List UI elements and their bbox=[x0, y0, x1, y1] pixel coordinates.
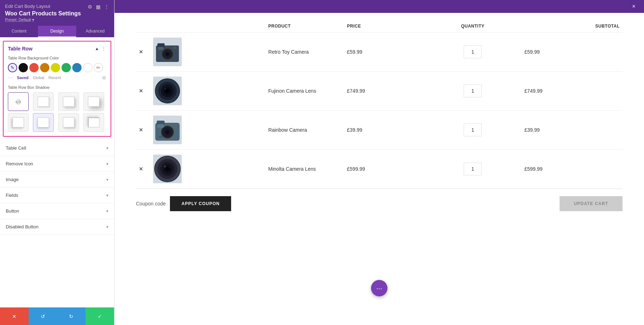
svg-rect-6 bbox=[158, 47, 163, 50]
cancel-button[interactable]: ✕ bbox=[0, 307, 29, 325]
svg-point-17 bbox=[165, 130, 170, 134]
product-image-1 bbox=[153, 38, 182, 66]
product-subtotal-2: £749.99 bbox=[525, 88, 543, 94]
tab-design[interactable]: Design bbox=[38, 26, 76, 37]
remove-btn-1[interactable]: ✕ bbox=[139, 49, 143, 55]
product-name-2: Fujinon Camera Lens bbox=[268, 88, 316, 94]
shadow-top-left[interactable] bbox=[83, 113, 104, 132]
svg-rect-5 bbox=[173, 47, 177, 49]
chevron-fields: ▾ bbox=[106, 193, 108, 198]
update-cart-button[interactable]: UPDATE CART bbox=[560, 196, 623, 211]
color-tab-saved[interactable]: Saved bbox=[17, 76, 28, 80]
remove-btn-4[interactable]: ✕ bbox=[139, 166, 143, 172]
section-image[interactable]: Image ▾ bbox=[0, 172, 114, 188]
cart-row: ✕ Rainbow Camera £39.99 bbox=[136, 111, 623, 150]
tab-content[interactable]: Content bbox=[0, 26, 38, 37]
col-product: PRODUCT bbox=[265, 20, 344, 33]
color-settings-icon[interactable]: ⚙ bbox=[102, 75, 106, 81]
settings-title: Woo Cart Products Settings bbox=[5, 10, 109, 17]
button-label: Button bbox=[6, 208, 19, 214]
chevron-remove-icon: ▾ bbox=[106, 161, 108, 166]
shadow-sm[interactable] bbox=[33, 92, 54, 111]
shadow-none[interactable]: ⊘ bbox=[8, 92, 29, 111]
panel-footer: ✕ ↺ ↻ ✓ bbox=[0, 307, 114, 325]
section-table-cell[interactable]: Table Cell ▾ bbox=[0, 140, 114, 156]
tab-advanced[interactable]: Advanced bbox=[76, 26, 114, 37]
product-image-2 bbox=[153, 77, 182, 105]
layout-icon[interactable]: ▦ bbox=[96, 4, 101, 10]
image-label: Image bbox=[6, 177, 19, 182]
shadow-bottom-left[interactable] bbox=[8, 113, 29, 132]
redo-button[interactable]: ↻ bbox=[57, 307, 86, 325]
product-qty-3[interactable]: 1 bbox=[464, 123, 482, 136]
svg-point-25 bbox=[165, 167, 170, 171]
svg-rect-18 bbox=[174, 123, 177, 126]
product-qty-1[interactable]: 1 bbox=[464, 45, 482, 58]
color-swatch-transparent[interactable]: ✎ bbox=[8, 63, 17, 72]
cart-area: PRODUCT PRICE QUANTITY SUBTOTAL ✕ bbox=[114, 13, 644, 325]
color-swatch-red[interactable] bbox=[29, 63, 39, 72]
disabled-button-label: Disabled Button bbox=[6, 224, 39, 229]
shadow-lg[interactable] bbox=[83, 92, 104, 111]
shadow-md[interactable] bbox=[58, 92, 79, 111]
color-tab-global[interactable]: Global bbox=[33, 76, 44, 80]
product-qty-4[interactable]: 1 bbox=[464, 162, 482, 175]
color-swatch-blue[interactable] bbox=[72, 63, 82, 72]
color-dots-icon[interactable]: ··· bbox=[8, 74, 13, 81]
section-button[interactable]: Button ▾ bbox=[0, 203, 114, 219]
shadow-bottom-right[interactable] bbox=[58, 113, 79, 132]
preset-label[interactable]: Preset: Default ▾ bbox=[5, 18, 109, 26]
panel-header: Edit Cart Body Layout ⚙ ▦ ⋮ Woo Cart Pro… bbox=[0, 0, 114, 26]
product-image-4 bbox=[153, 155, 182, 183]
product-qty-2[interactable]: 1 bbox=[464, 84, 482, 97]
section-fields[interactable]: Fields ▾ bbox=[0, 188, 114, 203]
svg-point-4 bbox=[166, 52, 169, 56]
more-options-icon[interactable]: ⋮ bbox=[104, 4, 109, 10]
table-cell-label: Table Cell bbox=[6, 145, 26, 151]
color-tab-recent[interactable]: Recent bbox=[49, 76, 61, 80]
remove-btn-2[interactable]: ✕ bbox=[139, 88, 143, 94]
color-swatch-pen[interactable]: ✏ bbox=[94, 63, 103, 72]
panel-header-icons: ⚙ ▦ ⋮ bbox=[88, 4, 109, 10]
section-disabled-button[interactable]: Disabled Button ▾ bbox=[0, 219, 114, 235]
col-quantity: QUANTITY bbox=[424, 20, 522, 33]
color-swatch-white[interactable] bbox=[83, 63, 92, 72]
product-price-3: £39.99 bbox=[347, 127, 362, 133]
cart-actions: Coupon code APPLY COUPON UPDATE CART bbox=[136, 189, 623, 215]
section-table-row: Table Row ▲ ⋮ Table Row Background Color… bbox=[3, 41, 111, 137]
panel-tabs: Content Design Advanced bbox=[0, 26, 114, 37]
color-swatch-orange[interactable] bbox=[40, 63, 49, 72]
color-swatch-black[interactable] bbox=[19, 63, 28, 72]
close-button[interactable]: × bbox=[629, 2, 638, 11]
main-header-bar: × bbox=[114, 0, 644, 13]
collapse-icon[interactable]: ▲ bbox=[95, 46, 99, 51]
remove-btn-3[interactable]: ✕ bbox=[139, 127, 143, 133]
svg-point-12 bbox=[165, 88, 166, 89]
settings-gear-icon[interactable]: ⚙ bbox=[88, 4, 92, 10]
apply-coupon-button[interactable]: APPLY COUPON bbox=[170, 196, 231, 211]
svg-rect-19 bbox=[157, 124, 164, 128]
cart-table: PRODUCT PRICE QUANTITY SUBTOTAL ✕ bbox=[136, 20, 623, 189]
left-panel: Edit Cart Body Layout ⚙ ▦ ⋮ Woo Cart Pro… bbox=[0, 0, 114, 325]
undo-button[interactable]: ↺ bbox=[29, 307, 57, 325]
coupon-label: Coupon code bbox=[136, 201, 166, 207]
shadow-bottom[interactable] bbox=[33, 113, 54, 132]
color-swatch-green[interactable] bbox=[62, 63, 71, 72]
eyedropper-icon: ✎ bbox=[10, 65, 15, 71]
section-remove-icon[interactable]: Remove Icon ▾ bbox=[0, 156, 114, 172]
panel-body: Table Row ▲ ⋮ Table Row Background Color… bbox=[0, 37, 114, 307]
product-subtotal-1: £59.99 bbox=[525, 49, 540, 55]
col-remove bbox=[136, 20, 150, 33]
svg-rect-20 bbox=[159, 136, 162, 138]
section-options-icon[interactable]: ⋮ bbox=[101, 46, 106, 52]
fields-label: Fields bbox=[6, 193, 18, 198]
product-subtotal-3: £39.99 bbox=[525, 127, 540, 133]
col-subtotal: SUBTOTAL bbox=[522, 20, 623, 33]
col-price: PRICE bbox=[344, 20, 424, 33]
product-image-3 bbox=[153, 116, 182, 144]
fab-button[interactable]: ··· bbox=[371, 280, 387, 296]
color-swatch-yellow[interactable] bbox=[51, 63, 60, 72]
svg-point-26 bbox=[164, 165, 166, 168]
save-button[interactable]: ✓ bbox=[86, 307, 114, 325]
color-swatches: ✎ ✏ bbox=[8, 63, 106, 72]
